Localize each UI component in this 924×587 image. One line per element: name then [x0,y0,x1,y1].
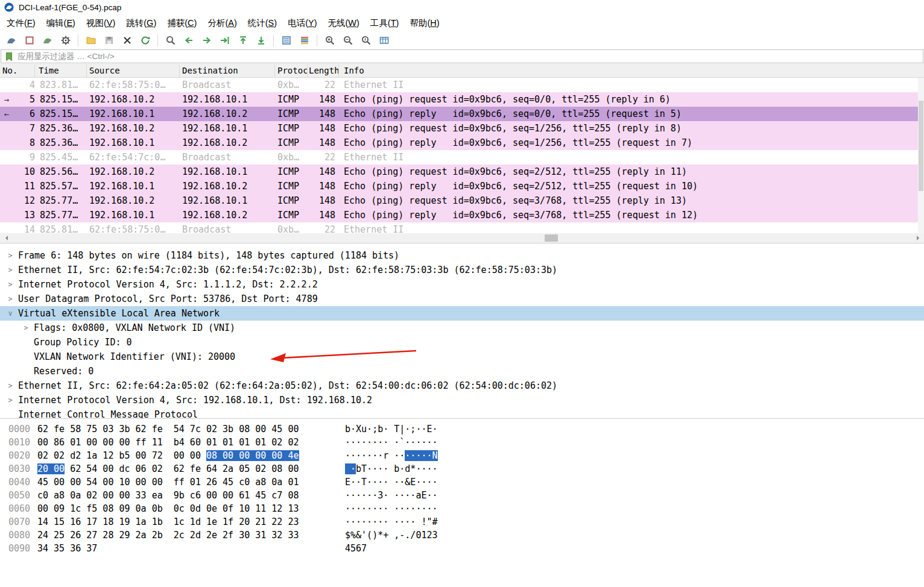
vscroll-thumb[interactable] [919,101,923,191]
hex-row[interactable]: 0020 02 02 d2 1a 12 b5 00 72 00 00 08 00… [0,449,924,462]
hex-row[interactable]: 0090 34 35 36 37 4567 [0,542,924,555]
packet-row[interactable]: 11 825.57… 192.168.10.1 192.168.10.2 ICM… [0,179,924,193]
hex-ascii[interactable]: ·······r ·······N [345,449,438,462]
expander-icon[interactable]: > [6,277,14,292]
zoom-original-button[interactable] [358,33,373,48]
go-to-packet-button[interactable] [217,33,232,48]
menu-item[interactable]: 分析(A) [202,16,242,31]
detail-row[interactable]: > Ethernet II, Src: 62:fe:54:7c:02:3b (6… [0,263,924,277]
hex-bytes[interactable]: 45 00 00 54 00 10 00 00 ff 01 26 45 c0 a… [37,476,345,489]
detail-row[interactable]: > Internet Protocol Version 4, Src: 192.… [0,393,924,407]
detail-row[interactable]: VXLAN Network Identifier (VNI): 20000 [0,350,924,364]
hex-row[interactable]: 0040 45 00 00 54 00 10 00 00 ff 01 26 45… [0,476,924,489]
hex-ascii[interactable]: ········ ········ [345,502,438,515]
packet-row[interactable]: 4 823.81… 62:fe:58:75:0… Broadcast 0xb… … [0,78,924,92]
capture-restart-button[interactable] [40,33,55,48]
hex-bytes[interactable]: 00 09 1c f5 08 09 0a 0b 0c 0d 0e 0f 10 1… [37,502,345,515]
packet-row[interactable]: 14 825.81… 62:fe:58:75:0… Broadcast 0xb…… [0,222,924,233]
detail-row[interactable]: ∨ Virtual eXtensible Local Area Network [0,306,924,321]
expander-icon[interactable]: ∨ [6,306,14,321]
file-open-button[interactable] [83,33,98,48]
column-header[interactable]: Destination [180,64,275,77]
hex-row[interactable]: 0010 00 86 01 00 00 00 ff 11 b4 60 01 01… [0,436,924,449]
autoscroll-button[interactable] [279,33,294,48]
packet-list-vscrollbar[interactable] [918,78,924,233]
hex-ascii[interactable]: ········ ···· !"# [345,515,438,529]
go-back-button[interactable] [181,33,196,48]
file-save-button[interactable] [101,33,116,48]
menu-item[interactable]: 电话(Y) [282,16,322,31]
menu-item[interactable]: 文件(F) [1,16,41,31]
packet-row[interactable]: 12 825.77… 192.168.10.2 192.168.10.1 ICM… [0,193,924,208]
expander-icon[interactable]: > [6,248,14,263]
column-header[interactable]: Length [308,64,339,77]
hex-bytes[interactable]: 24 25 26 27 28 29 2a 2b 2c 2d 2e 2f 30 3… [37,529,345,542]
hex-row[interactable]: 0030 20 00 62 54 00 dc 06 02 62 fe 64 2a… [0,462,924,476]
capture-start-button[interactable] [4,33,19,48]
menu-item[interactable]: 视图(V) [81,16,121,31]
hex-bytes[interactable]: 02 02 d2 1a 12 b5 00 72 00 00 08 00 00 0… [37,449,345,462]
expander-icon[interactable] [22,350,30,364]
hex-bytes[interactable]: c0 a8 0a 02 00 00 33 ea 9b c6 00 00 61 4… [37,489,345,502]
hex-row[interactable]: 0050 c0 a8 0a 02 00 00 33 ea 9b c6 00 00… [0,489,924,502]
expander-icon[interactable]: > [22,321,30,335]
packet-row[interactable]: → 5 825.15… 192.168.10.2 192.168.10.1 IC… [0,92,924,107]
hscroll-right-arrow-icon[interactable] [914,233,924,243]
packet-list-hscrollbar[interactable] [0,233,924,243]
packet-row[interactable]: 8 825.36… 192.168.10.1 192.168.10.2 ICMP… [0,136,924,150]
capture-options-button[interactable] [58,33,73,48]
hex-bytes[interactable]: 14 15 16 17 18 19 1a 1b 1c 1d 1e 1f 20 2… [37,515,345,529]
hex-ascii[interactable]: 4567 [345,542,367,555]
go-first-button[interactable] [235,33,250,48]
menu-item[interactable]: 工具(T) [365,16,405,31]
detail-row[interactable]: > Frame 6: 148 bytes on wire (1184 bits)… [0,248,924,263]
packet-row[interactable]: 9 825.45… 62:fe:54:7c:0… Broadcast 0xb… … [0,150,924,165]
hex-bytes[interactable]: 62 fe 58 75 03 3b 62 fe 54 7c 02 3b 08 0… [37,422,345,436]
hex-row[interactable]: 0000 62 fe 58 75 03 3b 62 fe 54 7c 02 3b… [0,422,924,436]
expander-icon[interactable] [22,364,30,378]
file-close-button[interactable] [119,33,134,48]
expander-icon[interactable]: > [6,263,14,277]
expander-icon[interactable] [6,407,14,418]
hscroll-thumb[interactable] [545,234,558,242]
hscroll-left-arrow-icon[interactable] [0,233,10,243]
expander-icon[interactable]: > [6,393,14,407]
detail-row[interactable]: Internet Control Message Protocol [0,407,924,418]
column-header[interactable]: No. [0,64,35,77]
reload-button[interactable] [138,33,153,48]
menu-item[interactable]: 编辑(E) [41,16,81,31]
hex-bytes[interactable]: 34 35 36 37 [37,542,345,555]
detail-row[interactable]: > Flags: 0x0800, VXLAN Network ID (VNI) [0,321,924,335]
zoom-in-button[interactable] [322,33,337,48]
detail-row[interactable]: Group Policy ID: 0 [0,335,924,350]
go-last-button[interactable] [253,33,268,48]
detail-row[interactable]: > Ethernet II, Src: 62:fe:64:2a:05:02 (6… [0,378,924,393]
hex-row[interactable]: 0080 24 25 26 27 28 29 2a 2b 2c 2d 2e 2f… [0,529,924,542]
column-header[interactable]: Info [339,64,924,77]
find-packet-button[interactable] [163,33,178,48]
resize-columns-button[interactable] [376,33,391,48]
hex-row[interactable]: 0060 00 09 1c f5 08 09 0a 0b 0c 0d 0e 0f… [0,502,924,515]
menu-item[interactable]: 捕获(C) [162,16,202,31]
filter-input[interactable] [17,52,919,61]
expander-icon[interactable] [22,335,30,350]
hex-bytes[interactable]: 20 00 62 54 00 dc 06 02 62 fe 64 2a 05 0… [37,462,345,476]
packet-row[interactable]: 7 825.36… 192.168.10.2 192.168.10.1 ICMP… [0,121,924,136]
go-forward-button[interactable] [199,33,214,48]
detail-row[interactable]: > User Datagram Protocol, Src Port: 5378… [0,292,924,306]
menu-item[interactable]: 无线(W) [322,16,364,31]
hex-ascii[interactable]: ········ ·`······ [345,436,438,449]
hex-ascii[interactable]: ······3· ····aE·· [345,489,438,502]
hex-ascii[interactable]: ·bT···· b·d*···· [345,462,438,476]
column-header[interactable]: Time [35,64,87,77]
expander-icon[interactable]: > [6,378,14,393]
capture-stop-button[interactable] [22,33,37,48]
hex-ascii[interactable]: E··T···· ··&E···· [345,476,438,489]
hex-ascii[interactable]: $%&'()*+ ,-./0123 [345,529,438,542]
hex-row[interactable]: 0070 14 15 16 17 18 19 1a 1b 1c 1d 1e 1f… [0,515,924,529]
colorize-button[interactable] [297,33,312,48]
column-header[interactable]: Protoc [275,64,308,77]
packet-row[interactable]: 10 825.56… 192.168.10.2 192.168.10.1 ICM… [0,165,924,179]
menu-item[interactable]: 统计(S) [242,16,282,31]
menu-item[interactable]: 帮助(H) [404,16,445,31]
